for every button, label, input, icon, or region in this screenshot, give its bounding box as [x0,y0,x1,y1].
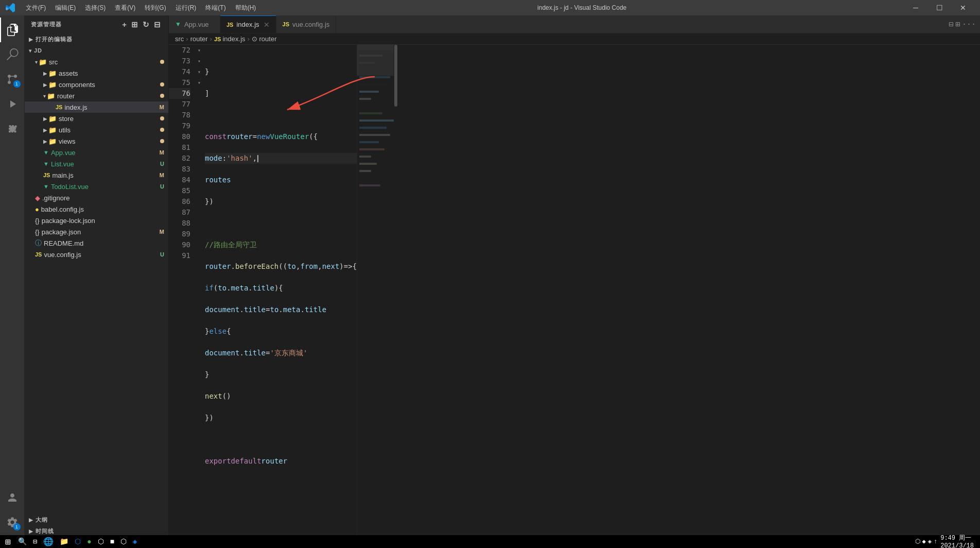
tree-item-babel-config[interactable]: ● babel.config.js [25,203,168,215]
refresh-icon[interactable]: ↻ [142,19,151,30]
tree-item-store[interactable]: ▶ 📁 store [25,113,168,124]
maximize-button[interactable]: ☐ [927,0,951,15]
breadcrumb-router-item[interactable]: ⊙ router [252,35,277,43]
code-line-85: document.title = '京东商城' [205,348,357,358]
close-button[interactable]: ✕ [951,0,975,15]
run-icon[interactable] [0,92,25,116]
app-taskbar-icon[interactable]: ◈ [131,537,139,546]
extensions-icon[interactable] [0,116,25,141]
tree-item-router[interactable]: ▾ 📁 router [25,90,168,101]
menu-file[interactable]: 文件(F) [22,3,50,13]
tree-item-main-js[interactable]: JS main.js M [25,169,168,181]
tree-item-package-json[interactable]: {} package.json M [25,226,168,237]
settings-icon[interactable]: 1 [0,510,25,535]
terminal-taskbar-icon[interactable]: ■ [108,538,116,546]
sidebar-header-actions[interactable]: + ⊞ ↻ ⊟ [121,19,162,30]
chevron-right-icon: ▶ [43,116,47,122]
menu-run[interactable]: 运行(R) [171,3,201,13]
folder-icon: 📁 [48,126,57,134]
tree-item-list-vue[interactable]: ▼ List.vue U [25,158,168,169]
account-icon[interactable] [0,485,25,510]
source-control-icon[interactable]: 1 [0,67,25,92]
tree-item-app-vue[interactable]: ▼ App.vue M [25,147,168,158]
menu-select[interactable]: 选择(S) [81,3,110,13]
menu-bar[interactable]: 文件(F) 编辑(E) 选择(S) 查看(V) 转到(G) 运行(R) 终端(T… [22,3,260,13]
line-numbers: 72 73 74 75 76 77 78 79 80 81 82 83 84 8… [169,45,196,537]
breadcrumb-index-js[interactable]: index.js [222,35,245,43]
explorer-icon[interactable] [0,18,25,42]
chevron-right-icon: ▶ [29,517,33,523]
modified-badge: M [160,149,164,156]
window-controls[interactable]: ─ ☐ ✕ [904,0,975,15]
tree-item-readme[interactable]: ⓘ README.md [25,237,168,249]
open-editors-section[interactable]: ▶ 打开的编辑器 [25,33,168,45]
outline-section[interactable]: ▶ 大纲 [25,514,168,525]
code-line-80: //路由全局守卫 [205,239,357,250]
menu-goto[interactable]: 转到(G) [141,3,170,13]
babel-file-icon: ● [35,206,39,213]
menu-view[interactable]: 查看(V) [111,3,139,13]
new-folder-icon[interactable]: ⊞ [130,19,139,30]
modified-dot [160,60,164,64]
menu-edit[interactable]: 编辑(E) [51,3,80,13]
tree-item-src[interactable]: ▾ 📁 src [25,56,168,67]
vscode-taskbar-icon[interactable]: ⬡ [73,537,83,546]
code-line-86: } [205,369,357,380]
explorer-taskbar-icon[interactable]: 📁 [58,537,71,546]
code-content[interactable]: } ] const router = new VueRouter({ mode:… [203,45,357,537]
minimize-button[interactable]: ─ [904,0,927,15]
breadcrumb: src › router › JS index.js › ⊙ router [169,33,980,45]
chevron-down-icon: ▾ [43,93,46,99]
tree-item-package-lock[interactable]: {} package-lock.json [25,215,168,226]
code-line-82: if(to.meta.title){ [205,283,357,294]
edge-icon[interactable]: 🌐 [41,537,56,547]
svg-point-0 [8,81,11,84]
breadcrumb-router[interactable]: router [190,35,208,43]
tab-index-js[interactable]: JS index.js ✕ [220,15,276,33]
menu-terminal[interactable]: 终端(T) [201,3,230,13]
github-taskbar-icon[interactable]: ⬡ [118,537,129,546]
code-line-75: const router = new VueRouter({ [205,131,357,142]
untracked-badge: U [160,183,164,190]
tree-item-assets[interactable]: ▶ 📁 assets [25,67,168,79]
breadcrumb-src[interactable]: src [175,35,184,43]
menu-help[interactable]: 帮助(H) [231,3,260,13]
code-line-74 [205,110,357,121]
window-title: index.js - jd - Visual Studio Code [260,4,904,11]
search-icon[interactable] [0,42,25,67]
task-view-icon[interactable]: ⊟ [31,537,39,546]
more-actions-icon[interactable]: ··· [962,20,976,29]
tree-item-views[interactable]: ▶ 📁 views [25,135,168,147]
chrome-taskbar-icon[interactable]: ● [85,538,93,546]
tab-close-button[interactable]: ✕ [264,21,270,29]
layout-icon[interactable]: ⊞ [955,20,960,29]
clock: 9:49 周一2021/3/18 [940,534,974,548]
code-line-73: ] [205,88,357,99]
tree-item-vue-config[interactable]: JS vue.config.js U [25,249,168,260]
tree-item-todolist-vue[interactable]: ▼ TodoList.vue U [25,181,168,192]
tree-item-gitignore[interactable]: ◆ .gitignore [25,192,168,203]
chevron-down-icon: ▾ [35,59,38,65]
md-file-icon: ⓘ [35,238,42,248]
tab-app-vue[interactable]: ▼ App.vue [169,15,220,33]
svg-point-1 [14,75,17,78]
scrollbar-thumb[interactable] [394,45,397,107]
code-line-78: }) [205,196,357,207]
project-section[interactable]: ▾ JD [25,45,168,56]
tree-item-components[interactable]: ▶ 📁 components [25,79,168,90]
collapse-all-icon[interactable]: ⊟ [153,19,162,30]
folder-icon: 📁 [48,81,57,89]
new-file-icon[interactable]: + [121,19,128,30]
system-tray[interactable]: ⬡◆◈↑ [915,538,938,545]
git-taskbar-icon[interactable]: ⬡ [96,537,106,546]
tab-vue-config-js[interactable]: JS vue.config.js [276,15,337,33]
vscode-icon [5,3,15,13]
code-editor: 72 73 74 75 76 77 78 79 80 81 82 83 84 8… [169,45,980,537]
tree-item-index-js[interactable]: JS index.js M [25,101,168,113]
tree-item-utils[interactable]: ▶ 📁 utils [25,124,168,135]
split-editor-icon[interactable]: ⊟ [949,20,953,29]
editor-tab-actions[interactable]: ⊟ ⊞ ··· [949,20,980,29]
search-taskbar-icon[interactable]: 🔍 [16,537,29,546]
windows-start-icon[interactable]: ⊞ [2,536,14,547]
code-line-91 [205,477,357,488]
